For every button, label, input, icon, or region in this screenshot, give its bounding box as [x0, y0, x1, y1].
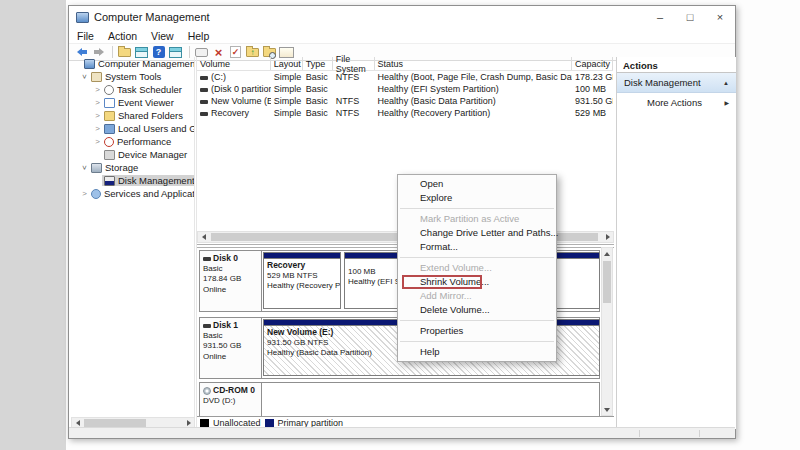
expander-icon[interactable]	[80, 189, 89, 198]
collapse-icon[interactable]: ▲	[723, 80, 729, 86]
services-applications-icon	[91, 189, 101, 199]
tree-item-storage[interactable]: Storage	[71, 161, 194, 174]
minimize-button[interactable]: –	[645, 6, 675, 28]
menu-help[interactable]: Help	[188, 30, 210, 42]
statusbar-divider	[699, 430, 700, 437]
graphical-vertical-scrollbar[interactable]	[601, 247, 613, 416]
menu-item-change-drive-letter[interactable]: Change Drive Letter and Paths...	[398, 226, 556, 240]
computer-icon	[84, 59, 95, 69]
more-actions-item[interactable]: More Actions ▶	[617, 93, 736, 112]
scrollbar-thumb[interactable]	[84, 419, 146, 427]
scrollbar-thumb[interactable]	[603, 261, 611, 303]
tree-item-services-applications[interactable]: Services and Applications	[71, 187, 194, 200]
actions-group-disk-management[interactable]: Disk Management ▲	[617, 73, 736, 93]
console-tree-icon[interactable]	[135, 47, 148, 58]
volume-row-new-volume-e[interactable]: New Volume (E:) Simple Basic NTFS Health…	[197, 95, 613, 107]
menu-item-explore[interactable]: Explore	[398, 191, 556, 205]
menu-separator	[400, 257, 554, 258]
app-icon	[76, 12, 89, 23]
partition-recovery[interactable]: Recovery 529 MB NTFS Healthy (Recovery P…	[263, 252, 341, 309]
volume-row-disk0-partition2[interactable]: (Disk 0 partition 2) Simple Basic Health…	[197, 83, 613, 95]
volume-context-menu: Open Explore Mark Partition as Active Ch…	[397, 174, 557, 362]
menu-item-add-mirror: Add Mirror...	[398, 289, 556, 303]
cdrom0-header[interactable]: CD-ROM 0 DVD (D:) No Media	[200, 383, 262, 416]
volume-icon	[200, 88, 208, 92]
volume-row-recovery[interactable]: Recovery Simple Basic NTFS Healthy (Reco…	[197, 107, 613, 119]
menu-separator	[400, 341, 554, 342]
tree-item-device-manager[interactable]: Device Manager	[71, 148, 194, 161]
menu-action[interactable]: Action	[108, 30, 137, 42]
status-bar	[69, 427, 735, 438]
menu-bar: File Action View Help	[69, 28, 735, 43]
column-file-system[interactable]: File System	[333, 57, 375, 70]
performance-icon	[104, 137, 114, 147]
event-viewer-icon	[104, 98, 115, 108]
maximize-button[interactable]: □	[675, 6, 705, 28]
volume-row-c[interactable]: (C:) Simple Basic NTFS Healthy (Boot, Pa…	[197, 71, 613, 83]
column-type[interactable]: Type	[303, 57, 333, 70]
menu-item-properties[interactable]: Properties	[398, 324, 556, 338]
tree-item-performance[interactable]: Performance	[71, 135, 194, 148]
expander-icon[interactable]	[93, 85, 102, 94]
expander-icon[interactable]	[93, 137, 102, 146]
menu-item-help[interactable]: Help	[398, 345, 556, 359]
tree-item-local-users-groups[interactable]: Local Users and Groups	[71, 122, 194, 135]
expander-icon[interactable]	[93, 98, 102, 107]
column-capacity[interactable]: Capacity	[572, 57, 613, 70]
tree-item-task-scheduler[interactable]: Task Scheduler	[71, 83, 194, 96]
device-manager-icon	[104, 150, 115, 160]
menu-item-open[interactable]: Open	[398, 177, 556, 191]
console-tree: Computer Management (Local System Tools …	[71, 57, 195, 417]
expander-icon[interactable]	[93, 111, 102, 120]
disk-icon	[203, 257, 211, 261]
tree-item-event-viewer[interactable]: Event Viewer	[71, 96, 194, 109]
menu-item-mark-partition-active: Mark Partition as Active	[398, 212, 556, 226]
scroll-left-icon[interactable]	[198, 232, 209, 242]
disk1-header[interactable]: Disk 1 Basic 931.50 GB Online	[200, 318, 262, 378]
close-button[interactable]: ×	[705, 6, 735, 28]
disk-management-icon	[104, 176, 115, 186]
tree-item-system-tools[interactable]: System Tools	[71, 70, 194, 83]
column-status[interactable]: Status	[375, 57, 572, 70]
tree-item-disk-management[interactable]: Disk Management	[71, 174, 194, 187]
shared-folders-icon	[104, 111, 115, 121]
menu-view[interactable]: View	[151, 30, 174, 42]
task-scheduler-icon	[104, 85, 114, 95]
expander-icon[interactable]	[93, 124, 102, 133]
scroll-right-icon[interactable]	[602, 232, 613, 242]
column-volume[interactable]: Volume	[197, 57, 271, 70]
volume-icon	[200, 76, 208, 80]
page-left-margin	[0, 0, 66, 450]
expander-icon[interactable]	[80, 72, 89, 81]
action-bubble-icon[interactable]	[195, 48, 208, 57]
scroll-up-icon[interactable]	[602, 248, 612, 259]
tree-item-computer-management[interactable]: Computer Management (Local	[71, 57, 194, 70]
menu-separator	[400, 208, 554, 209]
volume-icon	[200, 100, 208, 104]
actions-header: Actions	[617, 57, 736, 73]
scroll-down-icon[interactable]	[602, 404, 612, 415]
submenu-arrow-icon: ▶	[724, 99, 729, 106]
tree-item-shared-folders[interactable]: Shared Folders	[71, 109, 194, 122]
export-folder-icon[interactable]	[118, 48, 131, 57]
volume-list-header: Volume Layout Type File System Status Ca…	[197, 57, 613, 71]
details-panel-icon[interactable]	[279, 47, 294, 58]
disk-icon	[203, 324, 211, 328]
column-layout[interactable]: Layout	[271, 57, 303, 70]
search-folder-icon[interactable]	[263, 48, 276, 57]
title-bar: Computer Management – □ ×	[69, 6, 735, 28]
expander-icon[interactable]	[80, 163, 89, 172]
menu-item-format[interactable]: Format...	[398, 240, 556, 254]
import-folder-icon[interactable]: ↑	[246, 48, 259, 57]
menu-separator	[400, 320, 554, 321]
local-users-groups-icon	[104, 124, 115, 134]
console-window-icon[interactable]	[169, 47, 182, 58]
volume-icon	[200, 112, 208, 116]
disk0-header[interactable]: Disk 0 Basic 178.84 GB Online	[200, 251, 262, 311]
menu-item-shrink-volume[interactable]: Shrink Volume...	[398, 275, 556, 289]
statusbar-divider	[639, 430, 640, 437]
menu-file[interactable]: File	[77, 30, 94, 42]
menu-item-delete-volume[interactable]: Delete Volume...	[398, 303, 556, 317]
menu-item-extend-volume: Extend Volume...	[398, 261, 556, 275]
shrink-volume-highlight-box	[402, 275, 482, 289]
